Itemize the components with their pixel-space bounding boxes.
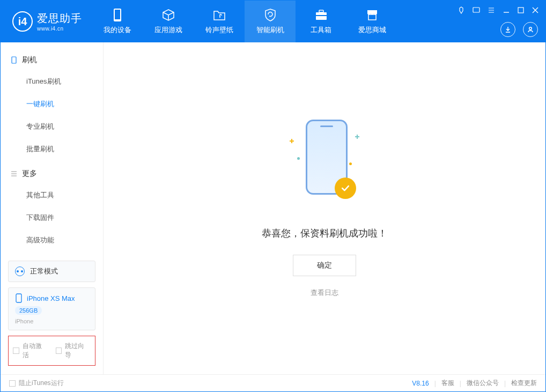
checkbox-label: 阻止iTunes运行 — [19, 379, 64, 388]
sidebar-group-more: 更多 其他工具 下载固件 高级功能 — [1, 164, 103, 255]
app-logo: i4 爱思助手 www.i4.cn — [1, 1, 92, 42]
sidebar-item-batch-flash[interactable]: 批量刷机 — [1, 138, 103, 160]
svg-rect-4 — [316, 15, 327, 16]
minimize-button[interactable] — [503, 6, 510, 14]
user-button[interactable] — [523, 22, 538, 37]
tab-ringtone[interactable]: 铃声壁纸 — [194, 1, 245, 42]
sidebar-head-label: 更多 — [22, 169, 37, 179]
checkbox-label: 跳过向导 — [65, 342, 91, 360]
tab-label: 铃声壁纸 — [205, 25, 233, 35]
body: 刷机 iTunes刷机 一键刷机 专业刷机 批量刷机 更多 其他工具 下载固件 … — [1, 42, 545, 374]
tab-apps[interactable]: 应用游戏 — [143, 1, 194, 42]
device-icon — [110, 8, 124, 22]
statusbar: 阻止iTunes运行 V8.16 | 客服 | 微信公众号 | 检查更新 — [1, 374, 545, 391]
sidebar-head-flash[interactable]: 刷机 — [1, 50, 103, 70]
checkbox-icon — [56, 347, 62, 354]
sidebar-item-pro-flash[interactable]: 专业刷机 — [1, 115, 103, 138]
tab-smart-flash[interactable]: 智能刷机 — [245, 1, 296, 42]
briefcase-icon — [314, 8, 328, 22]
svg-rect-3 — [319, 10, 323, 12]
version-label: V8.16 — [412, 380, 429, 387]
shield-refresh-icon — [263, 8, 277, 22]
main-tabs: 我的设备 应用游戏 铃声壁纸 智能刷机 工具箱 爱思商城 — [92, 1, 397, 42]
device-name: iPhone XS Max — [27, 294, 75, 302]
checkbox-icon — [9, 380, 16, 387]
sidebar-item-download-fw[interactable]: 下载固件 — [1, 206, 103, 229]
window-controls — [458, 1, 545, 42]
main-panel: 恭喜您，保资料刷机成功啦！ 确定 查看日志 — [104, 42, 545, 374]
view-log-link[interactable]: 查看日志 — [311, 288, 338, 298]
device-mode-box[interactable]: 正常模式 — [8, 261, 95, 282]
checkbox-auto-activate[interactable]: 自动激活 — [13, 342, 48, 360]
wechat-link[interactable]: 微信公众号 — [467, 379, 499, 388]
tab-label: 智能刷机 — [256, 25, 284, 35]
titlebar: i4 爱思助手 www.i4.cn 我的设备 应用游戏 铃声壁纸 智能刷机 工具… — [1, 1, 545, 42]
tab-my-device[interactable]: 我的设备 — [92, 1, 143, 42]
tab-store[interactable]: 爱思商城 — [346, 1, 397, 42]
logo-icon: i4 — [12, 11, 33, 32]
flash-options-highlight: 自动激活 跳过向导 — [8, 336, 95, 366]
checkbox-icon — [13, 347, 19, 354]
tab-toolbox[interactable]: 工具箱 — [296, 1, 346, 42]
phone-icon — [15, 293, 23, 303]
mode-label: 正常模式 — [30, 267, 58, 276]
sidebar-bottom: 正常模式 iPhone XS Max 256GB iPhone 自动激活 跳过向… — [1, 255, 103, 374]
success-message: 恭喜您，保资料刷机成功啦！ — [262, 227, 387, 240]
check-update-link[interactable]: 检查更新 — [511, 379, 537, 388]
download-button[interactable] — [500, 22, 515, 37]
tab-label: 爱思商城 — [358, 25, 386, 35]
svg-rect-7 — [518, 8, 523, 13]
spark-icon — [355, 135, 359, 139]
list-icon — [10, 170, 18, 177]
sidebar-head-more[interactable]: 更多 — [1, 164, 103, 184]
dot-icon — [297, 157, 300, 160]
svg-rect-6 — [473, 8, 479, 12]
tab-label: 工具箱 — [311, 25, 331, 35]
device-type: iPhone — [15, 318, 88, 324]
menu-icon[interactable] — [488, 6, 495, 14]
dot-icon — [349, 162, 352, 165]
tab-label: 应用游戏 — [154, 25, 182, 35]
svg-rect-1 — [115, 10, 120, 19]
sidebar: 刷机 iTunes刷机 一键刷机 专业刷机 批量刷机 更多 其他工具 下载固件 … — [1, 42, 104, 374]
success-illustration — [290, 120, 359, 211]
feedback-icon[interactable] — [473, 6, 480, 14]
svg-point-8 — [529, 27, 532, 30]
checkbox-block-itunes[interactable]: 阻止iTunes运行 — [9, 379, 64, 388]
mode-icon — [15, 267, 25, 276]
tab-label: 我的设备 — [104, 25, 131, 35]
app-domain: www.i4.cn — [37, 26, 82, 32]
svg-rect-10 — [16, 294, 21, 302]
theme-icon[interactable] — [458, 6, 465, 14]
sidebar-item-other-tools[interactable]: 其他工具 — [1, 184, 103, 206]
device-info-box[interactable]: iPhone XS Max 256GB iPhone — [8, 287, 95, 330]
maximize-button[interactable] — [518, 7, 524, 13]
spark-icon — [290, 139, 294, 143]
store-icon — [365, 8, 379, 22]
sidebar-item-advanced[interactable]: 高级功能 — [1, 229, 103, 252]
svg-rect-5 — [368, 14, 376, 20]
music-folder-icon — [212, 8, 226, 22]
checkbox-label: 自动激活 — [23, 342, 48, 360]
sidebar-group-flash: 刷机 iTunes刷机 一键刷机 专业刷机 批量刷机 — [1, 50, 103, 164]
cube-icon — [161, 8, 175, 22]
phone-outline-icon — [10, 56, 18, 64]
checkbox-skip-guide[interactable]: 跳过向导 — [56, 342, 91, 360]
sidebar-item-one-key-flash[interactable]: 一键刷机 — [1, 93, 103, 115]
svg-rect-9 — [12, 57, 16, 63]
sidebar-item-itunes-flash[interactable]: iTunes刷机 — [1, 70, 103, 93]
close-button[interactable] — [532, 6, 539, 14]
sidebar-head-label: 刷机 — [22, 55, 37, 65]
app-name: 爱思助手 — [37, 11, 82, 26]
ok-button[interactable]: 确定 — [293, 255, 356, 276]
device-capacity: 256GB — [15, 306, 42, 315]
check-badge-icon — [335, 177, 356, 199]
customer-service-link[interactable]: 客服 — [441, 379, 454, 388]
